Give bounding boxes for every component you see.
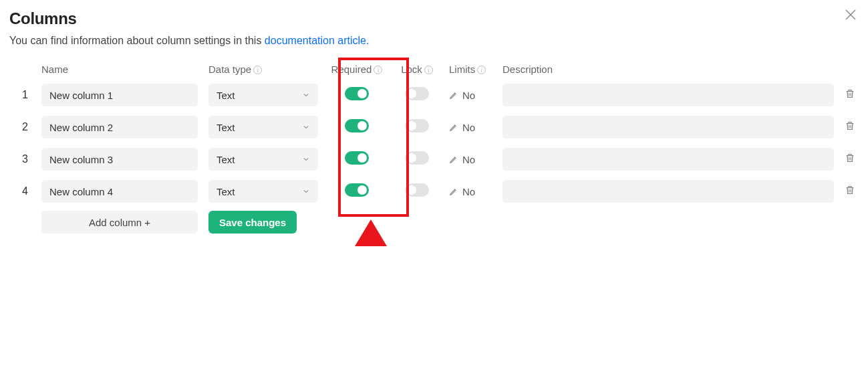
limits-value: No [462,122,475,133]
pencil-icon [449,187,458,196]
pencil-icon [449,155,458,164]
hdr-required: Required [331,64,372,75]
trash-icon[interactable] [845,153,855,163]
pencil-icon [449,90,458,100]
table-header: Name Data typei Requiredi Locki Limitsi … [9,59,861,79]
hdr-lock: Lock [401,64,422,75]
datatype-value: Text [216,154,235,165]
subtitle-text: You can find information about column se… [9,35,265,46]
row-index: 1 [9,79,36,111]
table-row: 2 Text No [9,111,861,143]
chevron-down-icon [302,90,310,101]
limits-button[interactable]: No [449,90,492,101]
name-input[interactable] [41,84,198,106]
required-toggle[interactable] [345,119,369,132]
name-input[interactable] [41,148,198,171]
row-index: 3 [9,143,36,175]
description-input[interactable] [502,116,834,139]
limits-value: No [462,154,475,165]
name-input[interactable] [41,116,198,139]
datatype-select[interactable]: Text [208,84,318,106]
row-index: 4 [9,175,36,207]
info-icon[interactable]: i [253,66,262,74]
info-icon[interactable]: i [424,66,433,74]
hdr-type: Data type [208,64,251,75]
lock-toggle[interactable] [405,151,429,165]
description-input[interactable] [502,84,834,106]
info-icon[interactable]: i [477,66,486,74]
required-toggle[interactable] [345,151,369,165]
table-row: 1 Text No [9,79,861,111]
plus-icon: + [144,217,150,228]
description-input[interactable] [502,180,834,203]
required-toggle[interactable] [345,183,369,197]
required-toggle[interactable] [345,87,369,100]
lock-toggle[interactable] [405,119,429,132]
chevron-down-icon [302,186,310,197]
close-icon[interactable] [843,7,859,23]
limits-value: No [462,90,475,101]
limits-button[interactable]: No [449,186,492,197]
limits-value: No [462,186,475,197]
trash-icon[interactable] [845,120,855,131]
add-column-label: Add column [89,217,142,228]
add-column-button[interactable]: Add column + [41,211,198,234]
name-input[interactable] [41,180,198,203]
hdr-limits: Limits [449,64,475,75]
datatype-value: Text [216,90,235,101]
actions-row: Add column + Save changes [9,207,861,237]
datatype-select[interactable]: Text [208,116,318,139]
hdr-name: Name [41,64,68,75]
datatype-select[interactable]: Text [208,180,318,203]
limits-button[interactable]: No [449,122,492,133]
description-input[interactable] [502,148,834,171]
trash-icon[interactable] [845,185,855,195]
hdr-desc: Description [502,64,553,75]
lock-toggle[interactable] [405,183,429,197]
page-title: Columns [9,9,859,28]
chevron-down-icon [302,122,310,133]
chevron-down-icon [302,154,310,165]
info-icon[interactable]: i [374,66,382,74]
limits-button[interactable]: No [449,154,492,165]
table-row: 4 Text No [9,175,861,207]
doc-link[interactable]: documentation article. [265,35,370,46]
datatype-value: Text [216,122,235,133]
save-button[interactable]: Save changes [208,211,297,234]
lock-toggle[interactable] [405,87,429,100]
subtitle: You can find information about column se… [9,35,859,47]
pencil-icon [449,122,458,132]
row-index: 2 [9,111,36,143]
datatype-value: Text [216,186,235,197]
trash-icon[interactable] [845,88,855,99]
table-row: 3 Text No [9,143,861,175]
columns-table: Name Data typei Requiredi Locki Limitsi … [9,59,861,237]
datatype-select[interactable]: Text [208,148,318,171]
